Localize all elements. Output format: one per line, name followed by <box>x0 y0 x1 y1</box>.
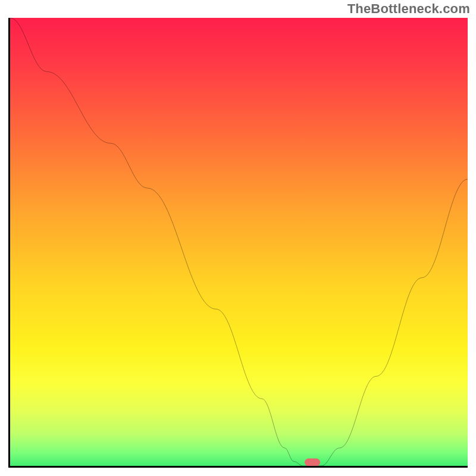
bottleneck-curve-path <box>10 18 468 466</box>
optimal-point-marker <box>305 458 320 466</box>
bottleneck-chart: TheBottleneck.com <box>0 0 476 476</box>
curve-layer <box>10 18 468 466</box>
watermark-text: TheBottleneck.com <box>347 1 470 17</box>
plot-area <box>8 18 468 468</box>
